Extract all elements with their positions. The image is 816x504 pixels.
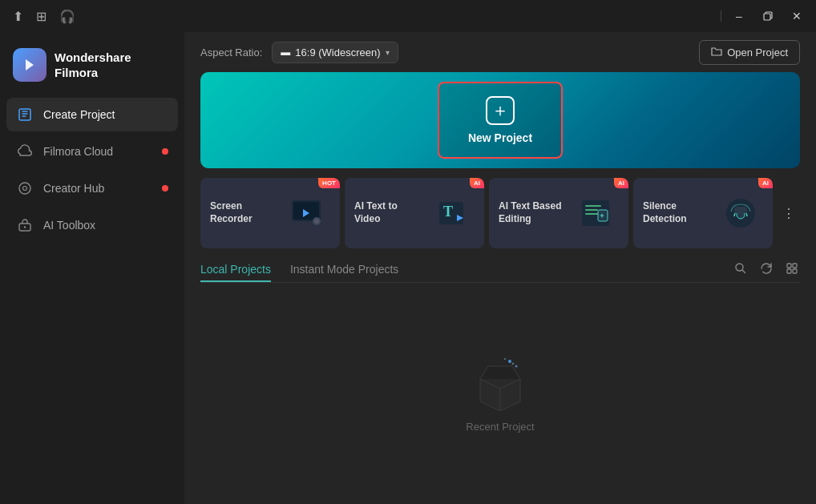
upload-icon[interactable]: ⬆ xyxy=(13,9,23,24)
sidebar-item-create-project[interactable]: Create Project xyxy=(6,98,178,131)
new-project-plus-icon: ＋ xyxy=(486,96,515,125)
topbar: Aspect Ratio: ▬ 16:9 (Widescreen) ▾ Open… xyxy=(184,32,816,72)
svg-point-25 xyxy=(515,365,518,367)
new-project-label: New Project xyxy=(468,131,532,144)
svg-rect-7 xyxy=(293,202,319,220)
open-project-button[interactable]: Open Project xyxy=(699,40,800,65)
titlebar-tools: ⬆ ⊞ 🎧 xyxy=(13,9,75,24)
svg-rect-15 xyxy=(585,213,600,215)
create-project-icon xyxy=(16,106,34,123)
new-project-button[interactable]: ＋ New Project xyxy=(438,82,563,159)
projects-area: Local Projects Instant Mode Projects xyxy=(200,258,800,504)
aspect-ratio-label: Aspect Ratio: xyxy=(200,46,262,58)
svg-rect-0 xyxy=(764,14,770,20)
svg-text:T: T xyxy=(443,204,453,220)
close-button[interactable]: ✕ xyxy=(784,5,810,27)
filmora-cloud-badge xyxy=(162,148,168,155)
sidebar-label-create-project: Create Project xyxy=(43,108,115,121)
tab-local-projects[interactable]: Local Projects xyxy=(200,258,271,282)
feature-cards: Screen Recorder HOT AI Text to Video xyxy=(200,178,800,248)
aspect-ratio-icon: ▬ xyxy=(281,46,290,58)
grid-icon[interactable]: ⊞ xyxy=(36,9,46,24)
svg-point-9 xyxy=(314,219,319,224)
hero-banner: ＋ New Project xyxy=(200,72,800,168)
svg-rect-21 xyxy=(793,264,797,268)
headset-icon[interactable]: 🎧 xyxy=(59,9,75,24)
ai-text-to-video-badge: AI xyxy=(470,178,484,188)
ai-text-based-editing-badge: AI xyxy=(614,178,628,188)
aspect-ratio-select[interactable]: ▬ 16:9 (Widescreen) ▾ xyxy=(272,42,398,63)
svg-rect-13 xyxy=(585,205,601,207)
minimize-button[interactable]: – xyxy=(726,5,752,27)
sidebar-label-creator-hub: Creator Hub xyxy=(43,182,104,195)
feature-card-screen-recorder[interactable]: Screen Recorder HOT xyxy=(200,178,340,248)
sidebar-label-ai-toolbox: AI Toolbox xyxy=(43,219,95,232)
app-body: Wondershare Filmora Create Project xyxy=(0,32,816,504)
silence-detection-badge: AI xyxy=(758,178,773,188)
window-controls: – ✕ xyxy=(726,5,810,27)
svg-rect-22 xyxy=(787,269,791,273)
ai-text-to-video-label: AI Text to Video xyxy=(354,200,422,225)
titlebar-separator xyxy=(721,10,721,22)
empty-box-icon xyxy=(468,355,532,411)
titlebar: ⬆ ⊞ 🎧 – ✕ xyxy=(0,0,816,32)
sidebar-item-filmora-cloud[interactable]: Filmora Cloud xyxy=(6,135,178,168)
svg-point-26 xyxy=(504,358,506,360)
feature-card-silence-detection[interactable]: Silence Detection AI xyxy=(633,178,773,248)
grid-view-button[interactable] xyxy=(784,260,800,280)
screen-recorder-label: Screen Recorder xyxy=(210,200,277,225)
tab-instant-mode-projects[interactable]: Instant Mode Projects xyxy=(290,258,398,282)
svg-point-3 xyxy=(23,187,27,191)
aspect-dropdown-arrow: ▾ xyxy=(386,48,390,57)
creator-hub-icon xyxy=(16,179,34,197)
sidebar-item-ai-toolbox[interactable]: AI Toolbox xyxy=(6,208,178,242)
svg-point-5 xyxy=(24,226,26,228)
creator-hub-badge xyxy=(162,185,168,192)
feature-card-ai-text-to-video[interactable]: AI Text to Video T AI xyxy=(345,178,484,248)
empty-state-label: Recent Project xyxy=(466,421,534,433)
silence-detection-image xyxy=(718,187,763,239)
projects-tabs: Local Projects Instant Mode Projects xyxy=(200,258,800,283)
more-cards-button[interactable]: ⋮ xyxy=(778,178,800,248)
svg-point-2 xyxy=(19,183,30,194)
ai-toolbox-icon xyxy=(16,216,34,234)
restore-button[interactable] xyxy=(755,5,781,27)
screen-recorder-image xyxy=(285,187,330,239)
screen-recorder-badge: HOT xyxy=(318,178,340,188)
ai-text-based-editing-label: AI Text Based Editing xyxy=(499,200,566,225)
svg-rect-14 xyxy=(585,209,598,211)
sidebar-nav: Create Project Filmora Cloud xyxy=(0,98,184,242)
logo-area: Wondershare Filmora xyxy=(0,40,184,98)
refresh-projects-button[interactable] xyxy=(758,260,774,280)
app-logo-icon xyxy=(13,48,46,82)
ai-text-based-editing-image xyxy=(574,187,619,239)
svg-rect-1 xyxy=(19,109,30,120)
sidebar: Wondershare Filmora Create Project xyxy=(0,32,184,504)
feature-card-ai-text-based-editing[interactable]: AI Text Based Editing AI xyxy=(489,178,628,248)
svg-rect-20 xyxy=(787,264,791,268)
sidebar-item-creator-hub[interactable]: Creator Hub xyxy=(6,171,178,205)
open-project-label: Open Project xyxy=(727,46,788,58)
main-content: Aspect Ratio: ▬ 16:9 (Widescreen) ▾ Open… xyxy=(184,32,816,504)
sidebar-label-filmora-cloud: Filmora Cloud xyxy=(43,145,113,158)
svg-point-24 xyxy=(508,360,511,363)
empty-state: Recent Project xyxy=(200,283,800,504)
aspect-ratio-value: 16:9 (Widescreen) xyxy=(295,46,380,58)
ai-text-to-video-image: T xyxy=(430,187,475,239)
filmora-cloud-icon xyxy=(16,143,34,160)
search-projects-button[interactable] xyxy=(733,260,749,280)
open-project-folder-icon xyxy=(711,46,722,59)
silence-detection-label: Silence Detection xyxy=(643,200,710,225)
tab-actions xyxy=(733,260,800,280)
svg-rect-23 xyxy=(793,269,797,273)
app-logo-text: Wondershare Filmora xyxy=(55,50,131,81)
